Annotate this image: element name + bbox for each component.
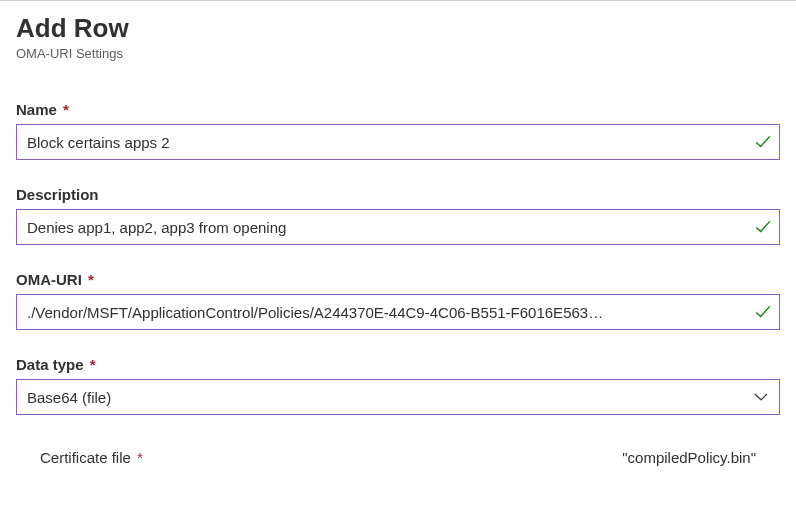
data-type-label-text: Data type bbox=[16, 356, 84, 373]
page-title: Add Row bbox=[16, 13, 780, 44]
required-indicator: * bbox=[90, 356, 96, 373]
name-label-text: Name bbox=[16, 101, 57, 118]
oma-uri-label: OMA-URI * bbox=[16, 271, 780, 288]
name-input-wrap bbox=[16, 124, 780, 160]
page-header: Add Row OMA-URI Settings bbox=[16, 13, 780, 61]
certificate-file-value: "compiledPolicy.bin" bbox=[622, 449, 756, 466]
page-subtitle: OMA-URI Settings bbox=[16, 46, 780, 61]
field-group-data-type: Data type * Base64 (file) bbox=[16, 356, 780, 415]
form-area: Name * Description OMA-URI * bbox=[16, 101, 780, 466]
certificate-file-label-text: Certificate file bbox=[40, 449, 131, 466]
description-input[interactable] bbox=[16, 209, 780, 245]
certificate-file-row: Certificate file * "compiledPolicy.bin" bbox=[16, 449, 780, 466]
name-label: Name * bbox=[16, 101, 780, 118]
data-type-value: Base64 (file) bbox=[27, 389, 111, 406]
chevron-down-icon bbox=[753, 389, 769, 405]
oma-uri-label-text: OMA-URI bbox=[16, 271, 82, 288]
data-type-select[interactable]: Base64 (file) bbox=[16, 379, 780, 415]
certificate-file-label: Certificate file * bbox=[40, 449, 143, 466]
oma-uri-input[interactable] bbox=[16, 294, 780, 330]
field-group-oma-uri: OMA-URI * bbox=[16, 271, 780, 330]
field-group-name: Name * bbox=[16, 101, 780, 160]
field-group-description: Description bbox=[16, 186, 780, 245]
description-label-text: Description bbox=[16, 186, 99, 203]
data-type-label: Data type * bbox=[16, 356, 780, 373]
name-input[interactable] bbox=[16, 124, 780, 160]
description-label: Description bbox=[16, 186, 780, 203]
oma-uri-input-wrap bbox=[16, 294, 780, 330]
required-indicator: * bbox=[88, 271, 94, 288]
required-indicator: * bbox=[137, 449, 143, 466]
required-indicator: * bbox=[63, 101, 69, 118]
description-input-wrap bbox=[16, 209, 780, 245]
